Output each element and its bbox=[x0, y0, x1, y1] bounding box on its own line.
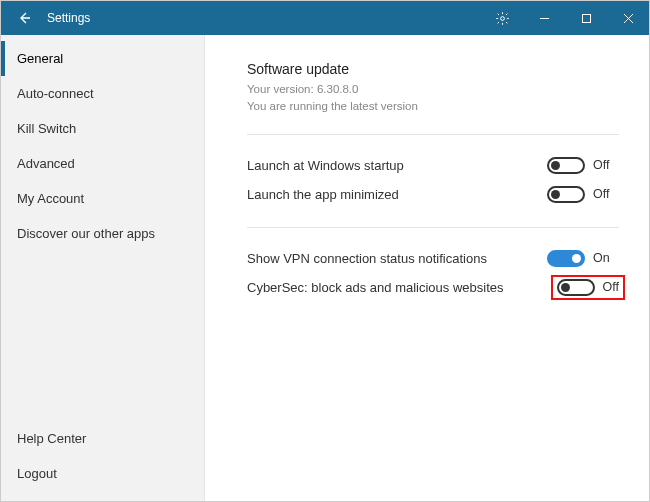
sidebar: General Auto-connect Kill Switch Advance… bbox=[1, 35, 205, 501]
highlight-box: Off bbox=[551, 275, 625, 300]
svg-point-0 bbox=[500, 16, 504, 20]
sidebar-item-label: Logout bbox=[17, 466, 57, 481]
sidebar-item-label: Help Center bbox=[17, 431, 86, 446]
window-title: Settings bbox=[43, 11, 90, 25]
sidebar-item-help-center[interactable]: Help Center bbox=[1, 421, 204, 456]
divider bbox=[247, 227, 619, 228]
main-content: Software update Your version: 6.30.8.0 Y… bbox=[205, 35, 649, 501]
sidebar-item-label: Auto-connect bbox=[17, 86, 94, 101]
setting-row-launch-startup: Launch at Windows startup Off bbox=[247, 151, 619, 180]
back-button[interactable] bbox=[7, 1, 43, 35]
sidebar-item-label: My Account bbox=[17, 191, 84, 206]
toggle-launch-startup[interactable] bbox=[547, 157, 585, 174]
toggle-state: On bbox=[593, 251, 610, 265]
setting-row-cybersec: CyberSec: block ads and malicious websit… bbox=[247, 273, 619, 302]
sidebar-item-label: Kill Switch bbox=[17, 121, 76, 136]
software-update-title: Software update bbox=[247, 61, 619, 77]
sidebar-item-my-account[interactable]: My Account bbox=[1, 181, 204, 216]
toggle-state: Off bbox=[603, 280, 619, 294]
sidebar-item-label: General bbox=[17, 51, 63, 66]
setting-label: Show VPN connection status notifications bbox=[247, 251, 547, 266]
svg-rect-1 bbox=[582, 14, 590, 22]
toggle-launch-minimized[interactable] bbox=[547, 186, 585, 203]
sidebar-item-auto-connect[interactable]: Auto-connect bbox=[1, 76, 204, 111]
sidebar-item-label: Advanced bbox=[17, 156, 75, 171]
maximize-button[interactable] bbox=[565, 1, 607, 35]
setting-label: CyberSec: block ads and malicious websit… bbox=[247, 280, 557, 295]
version-text: Your version: 6.30.8.0 bbox=[247, 81, 619, 98]
toggle-vpn-notifications[interactable] bbox=[547, 250, 585, 267]
sidebar-item-logout[interactable]: Logout bbox=[1, 456, 204, 491]
setting-row-vpn-notifications: Show VPN connection status notifications… bbox=[247, 244, 619, 273]
setting-label: Launch the app minimized bbox=[247, 187, 547, 202]
minimize-button[interactable] bbox=[523, 1, 565, 35]
divider bbox=[247, 134, 619, 135]
toggle-state: Off bbox=[593, 187, 609, 201]
sidebar-item-label: Discover our other apps bbox=[17, 226, 155, 241]
update-status: You are running the latest version bbox=[247, 98, 619, 115]
sidebar-item-kill-switch[interactable]: Kill Switch bbox=[1, 111, 204, 146]
sidebar-item-advanced[interactable]: Advanced bbox=[1, 146, 204, 181]
sidebar-item-general[interactable]: General bbox=[1, 41, 204, 76]
setting-row-launch-minimized: Launch the app minimized Off bbox=[247, 180, 619, 209]
toggle-cybersec[interactable] bbox=[557, 279, 595, 296]
sidebar-item-discover-apps[interactable]: Discover our other apps bbox=[1, 216, 204, 251]
setting-label: Launch at Windows startup bbox=[247, 158, 547, 173]
toggle-state: Off bbox=[593, 158, 609, 172]
titlebar: Settings bbox=[1, 1, 649, 35]
close-button[interactable] bbox=[607, 1, 649, 35]
settings-gear-icon[interactable] bbox=[481, 1, 523, 35]
